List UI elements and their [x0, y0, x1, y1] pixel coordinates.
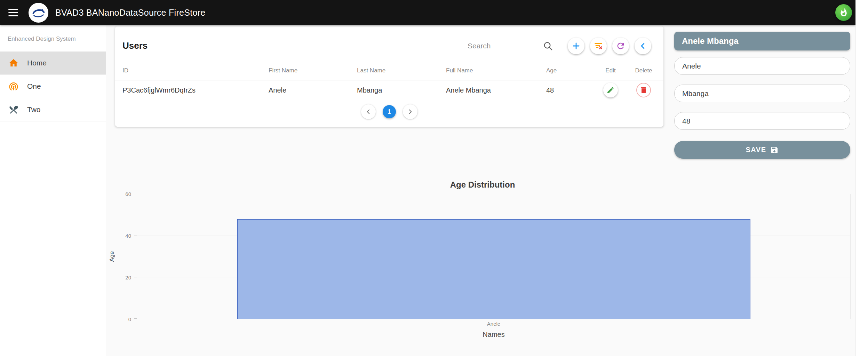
delete-icon [639, 86, 648, 94]
table-header-row: ID First Name Last Name Full Name Age Ed… [115, 61, 663, 80]
app-bar: BVAD3 BANanoDataSource FireStore [0, 0, 855, 25]
sidebar-item-label: Home [27, 59, 47, 67]
chart-y-tick-label: 20 [125, 275, 131, 280]
cell-full-name: Anele Mbanga [446, 86, 546, 94]
sidebar-item-two[interactable]: Two [0, 98, 106, 121]
chart-bar [237, 219, 750, 319]
delete-row-button[interactable] [636, 83, 651, 97]
save-button[interactable]: SAVE [674, 141, 850, 159]
sidebar-item-label: Two [27, 105, 41, 114]
chart-plot [137, 194, 851, 319]
flame-icon [839, 8, 848, 17]
record-header: Anele Mbanga [674, 32, 850, 50]
chart-tick-mark [134, 277, 137, 277]
column-header-age: Age [546, 67, 595, 74]
record-detail-panel: Anele Mbanga SAVE [674, 32, 850, 159]
chart-x-axis: Anele [137, 321, 851, 329]
hamburger-icon [8, 15, 18, 16]
search-field [461, 38, 554, 54]
pagination: 1 [115, 104, 663, 119]
refresh-icon [616, 41, 626, 51]
clear-filter-button[interactable] [590, 38, 607, 54]
chart-tick-mark [134, 318, 137, 319]
hamburger-menu-button[interactable] [8, 5, 23, 20]
app-logo [29, 3, 48, 23]
column-header-last-name: Last Name [357, 67, 446, 74]
home-icon [8, 58, 19, 68]
banano-fab-button[interactable] [835, 4, 852, 21]
search-input[interactable] [461, 42, 543, 50]
sidebar-subtitle: Enhanced Design System [0, 25, 106, 52]
edit-icon [606, 86, 615, 94]
add-icon [571, 41, 581, 51]
chart-tick-mark [134, 194, 137, 194]
logo-swoosh-icon [31, 5, 47, 21]
next-icon [406, 108, 414, 116]
app-title: BVAD3 BANanoDataSource FireStore [55, 8, 206, 18]
save-button-label: SAVE [746, 146, 766, 154]
age-field[interactable] [674, 112, 850, 130]
last-name-field[interactable] [674, 85, 850, 102]
save-icon [770, 146, 779, 154]
signal-icon [8, 81, 19, 92]
chart-y-tick-label: 0 [128, 316, 131, 322]
restaurant-icon [8, 104, 19, 115]
hamburger-icon [8, 9, 18, 10]
prev-icon [365, 108, 372, 116]
users-card-title: Users [122, 40, 148, 51]
chart-tick-mark [134, 236, 137, 236]
chart-y-axis-label: Age [109, 251, 116, 262]
column-header-id: ID [122, 67, 269, 74]
refresh-button[interactable] [612, 38, 629, 54]
previous-page-button[interactable] [361, 104, 376, 119]
cell-last-name: Mbanga [357, 86, 446, 94]
sidebar: Enhanced Design System Home One Two [0, 25, 106, 356]
filter-clear-icon [594, 41, 603, 51]
column-header-delete: Delete [626, 67, 661, 74]
cell-first-name: Anele [269, 86, 357, 94]
chart-title: Age Distribution [126, 180, 839, 190]
chart-y-tick-label: 40 [125, 233, 131, 239]
table-row[interactable]: P3Cac6fjglWmr6DqIrZs Anele Mbanga Anele … [115, 80, 663, 100]
chart-y-axis: 0204060 [116, 194, 134, 319]
first-name-field[interactable] [674, 57, 850, 75]
search-icon [543, 41, 553, 51]
sidebar-item-label: One [27, 82, 41, 90]
chart-y-tick-label: 60 [125, 191, 131, 197]
users-card: Users [115, 26, 663, 127]
chart-gridline [137, 194, 850, 194]
chart-x-tick-label: Anele [137, 321, 851, 327]
next-page-button[interactable] [403, 104, 417, 119]
column-header-edit: Edit [595, 67, 626, 74]
sidebar-item-home[interactable]: Home [0, 52, 106, 75]
column-header-first-name: First Name [269, 67, 357, 74]
current-page-button[interactable]: 1 [383, 105, 396, 118]
edit-row-button[interactable] [603, 83, 618, 97]
column-header-full-name: Full Name [446, 67, 546, 74]
scrollbar[interactable] [855, 0, 868, 356]
chart-x-axis-label: Names [137, 331, 851, 339]
cell-id: P3Cac6fjglWmr6DqIrZs [122, 86, 269, 94]
collapse-panel-button[interactable] [635, 38, 651, 54]
add-record-button[interactable] [568, 38, 584, 54]
sidebar-item-one[interactable]: One [0, 75, 106, 98]
chevron-left-icon [638, 41, 648, 51]
hamburger-icon [8, 12, 18, 13]
cell-age: 48 [546, 86, 595, 94]
